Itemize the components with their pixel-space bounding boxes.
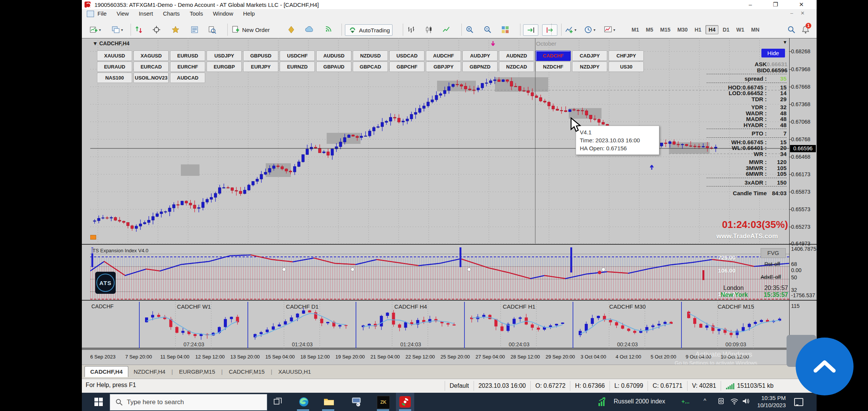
- taskbar-clock[interactable]: 10:35 PM 10/10/2023: [751, 394, 786, 409]
- zk-app-icon[interactable]: ZK: [377, 396, 390, 409]
- symbol-button-us30[interactable]: US30: [609, 62, 644, 72]
- timeframe-h4[interactable]: H4: [705, 25, 718, 34]
- symbol-button-usdjpy[interactable]: USDJPY: [207, 51, 242, 61]
- maximize-button[interactable]: ❐: [772, 1, 779, 8]
- chart-tab-eurgbp-m15[interactable]: EURGBP,M15: [174, 366, 220, 377]
- tile-windows-icon[interactable]: [500, 24, 510, 35]
- timeframe-w1[interactable]: W1: [734, 25, 747, 34]
- line-chart-icon[interactable]: [442, 24, 452, 35]
- menu-file[interactable]: File: [97, 10, 107, 17]
- symbol-button-audusd[interactable]: AUDUSD: [316, 51, 351, 61]
- menu-insert[interactable]: Insert: [139, 10, 153, 17]
- symbol-button-gbpcad[interactable]: GBPCAD: [353, 62, 388, 72]
- symbol-button-usdchf[interactable]: USDCHF: [280, 51, 315, 61]
- chart-shift-icon[interactable]: [542, 24, 557, 36]
- mini-chart-cadchf-d1[interactable]: CADCHF D101:24:03: [247, 302, 357, 348]
- chart-tab-xauusd-h1[interactable]: XAUUSD,H1: [273, 366, 316, 377]
- symbol-button-nas100[interactable]: NAS100: [97, 73, 132, 83]
- add-indicator-icon[interactable]: ▾: [564, 24, 576, 35]
- market-watch-icon[interactable]: [134, 24, 144, 35]
- hide-panel-button[interactable]: Hide: [761, 49, 785, 57]
- timeframe-m5[interactable]: M5: [643, 25, 656, 34]
- symbol-button-cadchf[interactable]: CADCHF: [536, 51, 571, 61]
- taskbar-search[interactable]: Type here to search: [110, 394, 267, 411]
- scroll-up-floating-button[interactable]: [796, 338, 854, 395]
- notifications-bell-icon[interactable]: 1: [801, 24, 810, 35]
- symbol-button-eurusd[interactable]: EURUSD: [170, 51, 205, 61]
- close-button[interactable]: ✕: [798, 1, 805, 8]
- symbol-button-eurcad[interactable]: EURCAD: [134, 62, 169, 72]
- timeframe-m15[interactable]: M15: [657, 25, 673, 34]
- tray-expand-chevron[interactable]: ^: [704, 397, 706, 404]
- mdi-window-buttons[interactable]: – ✕: [790, 10, 808, 16]
- minimize-button[interactable]: –: [747, 1, 754, 8]
- zoom-out-icon[interactable]: [483, 24, 493, 35]
- symbol-button-nzdcad[interactable]: NZDCAD: [499, 62, 534, 72]
- mql5-community-icon[interactable]: [304, 24, 314, 35]
- timeframe-m30[interactable]: M30: [675, 25, 690, 34]
- chart-tab-cadchf-m15[interactable]: CADCHF,M15: [223, 366, 270, 377]
- new-order-button[interactable]: New Order: [231, 24, 270, 35]
- remote-device-icon[interactable]: [350, 396, 362, 408]
- mini-chart-cadchf-w1[interactable]: CADCHF W107:24:03: [139, 302, 248, 348]
- symbol-button-chfjpy[interactable]: CHFJPY: [609, 51, 644, 61]
- stocks-widget-label[interactable]: Russell 2000 index: [614, 398, 665, 405]
- symbol-button-gbpaud[interactable]: GBPAUD: [316, 62, 351, 72]
- terminal-icon[interactable]: [190, 24, 199, 35]
- symbol-button-usdcad[interactable]: USDCAD: [389, 51, 424, 61]
- mini-chart-cadchf-m30[interactable]: CADCHF M3000:24:03: [573, 302, 682, 348]
- symbol-button-audjpy[interactable]: AUDJPY: [463, 51, 498, 61]
- symbol-button-gbpusd[interactable]: GBPUSD: [243, 51, 278, 61]
- symbol-button-xagusd[interactable]: XAGUSD: [134, 51, 169, 61]
- periods-icon[interactable]: ▾: [583, 24, 595, 35]
- rst-off-label[interactable]: Rst-off: [764, 261, 780, 267]
- pane-divider[interactable]: [82, 244, 817, 245]
- menu-tools[interactable]: Tools: [190, 10, 203, 17]
- fvg-button[interactable]: FVG: [761, 248, 786, 258]
- timeframe-m1[interactable]: M1: [629, 25, 641, 34]
- symbol-button-usoil.nov23[interactable]: USOIL.NOV23: [134, 73, 169, 83]
- symbol-button-eurchf[interactable]: EURCHF: [170, 62, 205, 72]
- strategy-tester-icon[interactable]: [207, 24, 217, 35]
- file-explorer-icon[interactable]: [323, 396, 335, 408]
- crosshair-icon[interactable]: [152, 24, 161, 35]
- symbol-button-eurgbp[interactable]: EURGBP: [207, 62, 242, 72]
- chart-tab-nzdchf-h4[interactable]: NZDCHF,H4: [128, 366, 171, 377]
- candlesticks-icon[interactable]: [424, 24, 434, 35]
- timeframe-d1[interactable]: D1: [720, 25, 732, 34]
- signals-icon[interactable]: [323, 24, 333, 35]
- edge-browser-icon[interactable]: [298, 396, 310, 408]
- mini-chart-cadchf-h4[interactable]: CADCHF H401:24:03: [356, 302, 465, 348]
- symbol-button-xauusd[interactable]: XAUUSD: [97, 51, 132, 61]
- mini-chart-cadchf-h1[interactable]: CADCHF H100:24:03: [464, 302, 573, 348]
- symbol-button-audcad[interactable]: AUDCAD: [170, 73, 205, 83]
- symbol-button-eurjpy[interactable]: EURJPY: [243, 62, 278, 72]
- indicators-icon[interactable]: [286, 24, 296, 35]
- zoom-in-icon[interactable]: [465, 24, 475, 35]
- adxe-off-label[interactable]: AdxE-off: [761, 274, 781, 280]
- symbol-button-gbpchf[interactable]: GBPCHF: [389, 62, 424, 72]
- bar-chart-icon[interactable]: [407, 24, 416, 35]
- symbol-button-euraud[interactable]: EURAUD: [97, 62, 132, 72]
- menu-view[interactable]: View: [116, 10, 129, 17]
- mini-chart-cadchf-m15[interactable]: CADCHF M1500:09:03: [681, 302, 790, 348]
- symbol-button-gbpjpy[interactable]: GBPJPY: [426, 62, 461, 72]
- profiles-icon[interactable]: ▾: [111, 24, 123, 35]
- action-center-icon[interactable]: [794, 398, 803, 406]
- menu-help[interactable]: Help: [243, 10, 255, 17]
- symbol-button-eurnzd[interactable]: EURNZD: [280, 62, 315, 72]
- wifi-icon[interactable]: [730, 397, 739, 405]
- symbol-button-nzdchf[interactable]: NZDCHF: [536, 62, 571, 72]
- volume-icon[interactable]: [742, 397, 750, 405]
- symbol-button-cadjpy[interactable]: CADJPY: [572, 51, 607, 61]
- symbol-button-gbpnzd[interactable]: GBPNZD: [463, 62, 498, 72]
- favorites-icon[interactable]: [171, 24, 180, 35]
- timeframe-h1[interactable]: H1: [692, 25, 704, 34]
- symbol-button-nzdjpy[interactable]: NZDJPY: [572, 62, 607, 72]
- chart-tab-cadchf-h4[interactable]: CADCHF,H4: [85, 366, 128, 377]
- new-chart-icon[interactable]: ▾: [89, 24, 101, 35]
- device-tray-icon[interactable]: [717, 397, 725, 405]
- auto-scroll-icon[interactable]: [523, 24, 538, 36]
- symbol-button-audnzd[interactable]: AUDNZD: [499, 51, 534, 61]
- pane-divider[interactable]: [82, 300, 817, 301]
